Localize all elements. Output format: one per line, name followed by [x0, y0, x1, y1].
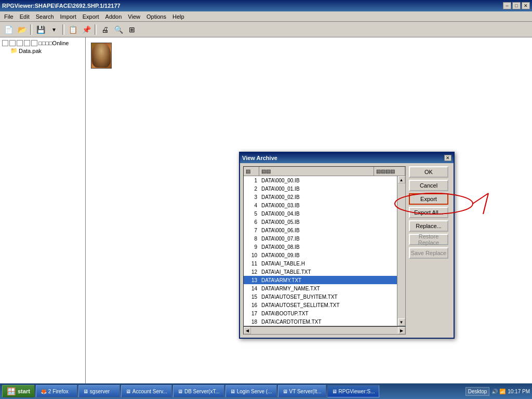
cell-num: 16 [244, 302, 259, 308]
archive-list[interactable]: ▤ ▤▤ ▤▤▤▤ 1 DATA\000_00.I [243, 166, 406, 326]
list-row[interactable]: 9 DATA\000_08.IB [244, 243, 397, 251]
menu-addon[interactable]: Addon [102, 12, 125, 21]
list-row[interactable]: 17 DATA\BOOTUP.TXT [244, 309, 397, 317]
list-row[interactable]: 10 DATA\000_09.IB [244, 251, 397, 259]
toolbar-open[interactable]: 📂 [16, 24, 28, 35]
toolbar-paste[interactable]: 📌 [80, 24, 92, 35]
tree-root[interactable]: □□□□Online [2, 39, 83, 47]
cell-num: 14 [244, 286, 259, 291]
menu-file[interactable]: File [1, 12, 17, 21]
sgserver-icon: 🖥 [83, 389, 88, 394]
toolbar-new[interactable]: 📄 [2, 24, 15, 35]
list-row[interactable]: 5 DATA\000_04.IB [244, 209, 397, 218]
cell-name: DATA\ARMY.TXT [259, 277, 366, 283]
taskbar-firefox[interactable]: 🦊 2 Firefox [36, 385, 77, 397]
main-area: □□□□Online 📁 Data.pak View Archive ✕ [0, 37, 532, 387]
export-button[interactable]: Export [409, 193, 448, 205]
replace-button[interactable]: Replace... [409, 220, 448, 232]
dropdown-icon: ▾ [52, 26, 56, 33]
export-all-button[interactable]: Export All... [409, 207, 448, 218]
close-button[interactable]: ✕ [522, 2, 530, 9]
save-replace-button[interactable]: Save Replace [409, 247, 448, 259]
menu-export[interactable]: Export [79, 12, 102, 21]
scrollbar[interactable]: ▲ ▼ [397, 176, 405, 326]
login-icon: 🖥 [230, 389, 235, 394]
h-scrollbar[interactable]: ◀ ▶ [243, 326, 406, 335]
menu-view[interactable]: View [125, 12, 143, 21]
taskbar-sgserver[interactable]: 🖥 sgserver [78, 385, 120, 397]
taskbar-login-label: Login Serve (... [237, 389, 272, 394]
taskbar-vt-label: VT Server(It... [289, 389, 322, 394]
list-row[interactable]: 4 DATA\000_03.IB [244, 201, 397, 209]
desktop-label[interactable]: Desktop [466, 387, 490, 396]
taskbar: 🪟 start 🦊 2 Firefox 🖥 sgserver 🖥 Account… [0, 383, 532, 399]
window-title: RPGViewer:SHAPE\FACE\2692.SHP.1/12177 [2, 3, 121, 9]
account-icon: 🖥 [126, 389, 131, 394]
toolbar-zoom[interactable]: 🔍 [112, 24, 125, 35]
list-row[interactable]: 13 DATA\ARMY.TXT [244, 276, 397, 284]
taskbar-rpgviewer[interactable]: 🖥 RPGViewer:S... [327, 385, 380, 397]
toolbar-fit[interactable]: ⊞ [126, 24, 138, 35]
toolbar-dropdown[interactable]: ▾ [48, 24, 60, 35]
taskbar-login[interactable]: 🖥 Login Serve (... [225, 385, 277, 397]
cell-name: DATA\000_08.IB [259, 244, 366, 250]
list-content[interactable]: 1 DATA\000_00.IB 2 DATA\000_01.IB 3 DATA… [244, 176, 397, 326]
tree-check3 [24, 40, 30, 46]
menu-search[interactable]: Search [33, 12, 57, 21]
folder-icon: 📁 [10, 47, 18, 54]
list-row[interactable]: 18 DATA\CARDTOITEM.TXT [244, 317, 397, 326]
clock: 10:17 PM [508, 389, 530, 394]
scroll-down-btn[interactable]: ▼ [398, 318, 405, 326]
ok-button[interactable]: OK [409, 166, 448, 178]
tree-child[interactable]: 📁 Data.pak [10, 47, 83, 55]
menu-import[interactable]: Import [57, 12, 79, 21]
menu-options[interactable]: Options [143, 12, 169, 21]
minimize-button[interactable]: – [503, 2, 511, 9]
tree-check1 [9, 40, 16, 46]
tree-check2 [17, 40, 23, 46]
cell-name: DATA\000_09.IB [259, 252, 366, 258]
list-row[interactable]: 11 DATA\AI_TABLE.H [244, 259, 397, 268]
list-row[interactable]: 12 DATA\AI_TABLE.TXT [244, 268, 397, 276]
scroll-up-btn[interactable]: ▲ [398, 176, 405, 183]
cancel-button[interactable]: Cancel [409, 180, 448, 191]
restore-replace-button[interactable]: Restore Replace [409, 234, 448, 245]
char-face [92, 44, 111, 68]
list-row[interactable]: 16 DATA\AUTOSET_SELLITEM.TXT [244, 301, 397, 309]
scroll-right-btn[interactable]: ▶ [398, 327, 405, 334]
tree-root-label: □□□□Online [38, 40, 69, 46]
list-row[interactable]: 6 DATA\000_05.IB [244, 218, 397, 226]
list-row[interactable]: 2 DATA\000_01.IB [244, 184, 397, 193]
view-archive-dialog: View Archive ✕ ▤ ▤▤ [239, 152, 455, 339]
tree-expand-icon [2, 40, 8, 46]
cell-name: DATA\AUTOSET_BUYITEM.TXT [259, 294, 366, 300]
toolbar: 📄 📂 💾 ▾ 📋 📌 🖨 🔍 ⊞ [0, 22, 532, 37]
taskbar-account[interactable]: 🖥 Account Serv... [121, 385, 172, 397]
toolbar-print[interactable]: 🖨 [99, 24, 111, 35]
dialog-title: View Archive [242, 155, 277, 161]
cell-name: DATA\000_04.IB [259, 211, 366, 217]
list-row[interactable]: 7 DATA\000_06.IB [244, 226, 397, 234]
menu-help[interactable]: Help [169, 12, 188, 21]
list-row[interactable]: 14 DATA\ARMY_NAME.TXT [244, 284, 397, 292]
scroll-left-btn[interactable]: ◀ [244, 327, 251, 334]
menu-edit[interactable]: Edit [17, 12, 33, 21]
tree-check4 [31, 40, 37, 46]
taskbar-db[interactable]: 🖥 DB Server(xT... [173, 385, 224, 397]
start-button[interactable]: 🪟 start [2, 385, 35, 397]
list-row[interactable]: 3 DATA\000_02.IB [244, 193, 397, 201]
cell-name: DATA\000_03.IB [259, 203, 366, 208]
list-row[interactable]: 15 DATA\AUTOSET_BUYITEM.TXT [244, 292, 397, 301]
toolbar-copy[interactable]: 📋 [66, 24, 79, 35]
dialog-title-bar: View Archive ✕ [240, 153, 454, 163]
tray-icons: 🔊 📶 [491, 389, 506, 394]
toolbar-save[interactable]: 💾 [34, 24, 47, 35]
list-row[interactable]: 8 DATA\000_07.IB [244, 234, 397, 243]
dialog-close-button[interactable]: ✕ [444, 155, 451, 161]
open-icon: 📂 [18, 25, 26, 34]
taskbar-vt[interactable]: 🖥 VT Server(It... [278, 385, 326, 397]
maximize-button[interactable]: □ [512, 2, 521, 9]
list-row[interactable]: 1 DATA\000_00.IB [244, 176, 397, 184]
print-icon: 🖨 [101, 25, 109, 34]
cell-num: 11 [244, 261, 259, 267]
